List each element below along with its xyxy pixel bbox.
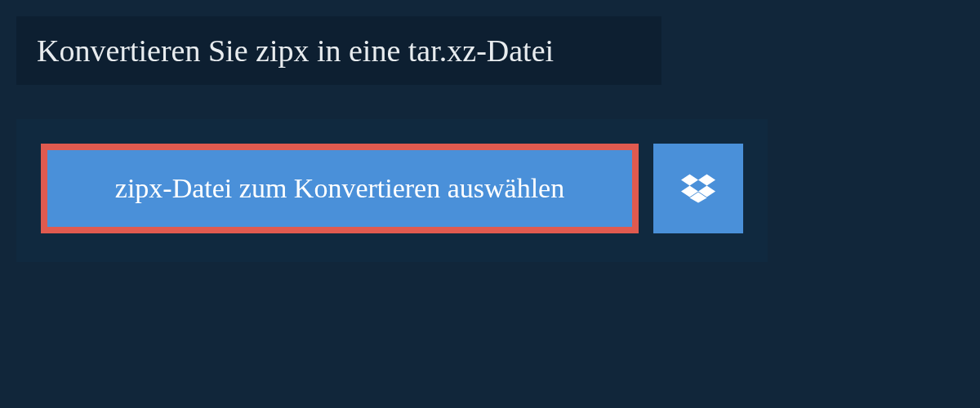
- page-title: Konvertieren Sie zipx in eine tar.xz-Dat…: [37, 33, 641, 69]
- title-box: Konvertieren Sie zipx in eine tar.xz-Dat…: [16, 16, 662, 85]
- dropbox-button[interactable]: [653, 144, 743, 233]
- main-container: Konvertieren Sie zipx in eine tar.xz-Dat…: [0, 0, 980, 262]
- select-file-button[interactable]: zipx-Datei zum Konvertieren auswählen: [41, 144, 639, 233]
- dropbox-icon: [681, 171, 715, 206]
- select-file-label: zipx-Datei zum Konvertieren auswählen: [115, 173, 564, 203]
- upload-section: zipx-Datei zum Konvertieren auswählen: [16, 119, 768, 262]
